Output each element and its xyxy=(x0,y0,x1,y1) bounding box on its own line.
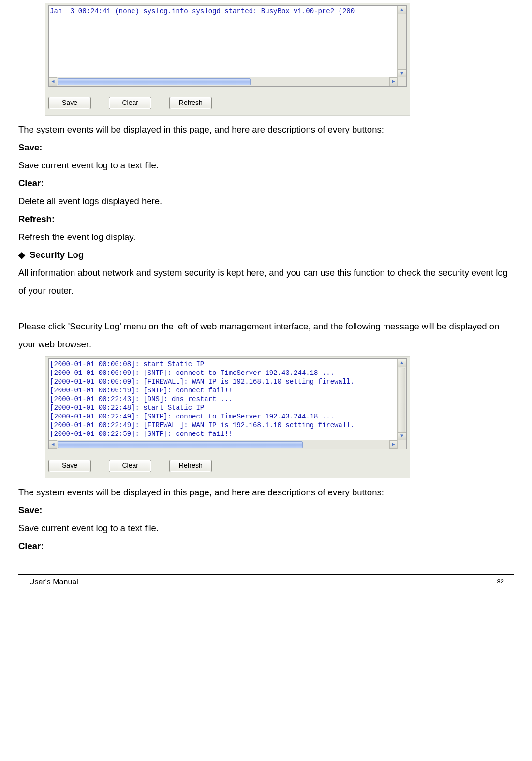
scroll-thumb[interactable] xyxy=(399,368,405,436)
scroll-up-icon[interactable]: ▲ xyxy=(398,359,406,367)
paragraph: The system events will be displayed in t… xyxy=(18,483,514,501)
clear-description: Delete all event logs displayed here. xyxy=(18,192,514,210)
save-button[interactable]: Save xyxy=(48,460,91,472)
system-log-textarea[interactable]: Jan 3 08:24:41 (none) syslog.info syslog… xyxy=(48,5,407,87)
save-label: Save: xyxy=(18,138,514,156)
clear-label: Clear: xyxy=(18,174,514,192)
security-paragraph-1: All information about network and system… xyxy=(18,264,514,299)
scroll-thumb[interactable] xyxy=(58,78,251,85)
refresh-button[interactable]: Refresh xyxy=(169,97,212,109)
clear-button[interactable]: Clear xyxy=(109,97,151,109)
scroll-right-icon[interactable]: ▶ xyxy=(389,440,398,449)
refresh-label: Refresh: xyxy=(18,210,514,228)
security-log-heading: ◆ Security Log xyxy=(18,246,514,264)
security-paragraph-2: Please click 'Security Log' menu on the … xyxy=(18,317,514,353)
system-log-line: Jan 3 08:24:41 (none) syslog.info syslog… xyxy=(49,6,406,16)
scroll-down-icon[interactable]: ▼ xyxy=(398,69,406,77)
scroll-down-icon[interactable]: ▼ xyxy=(398,432,406,440)
scroll-thumb[interactable] xyxy=(58,441,303,448)
save-button[interactable]: Save xyxy=(48,97,91,109)
scroll-corner xyxy=(397,77,406,86)
scroll-left-icon[interactable]: ◀ xyxy=(49,77,57,86)
refresh-button[interactable]: Refresh xyxy=(169,460,212,472)
security-log-screenshot: [2000-01-01 00:00:08]: start Static IP [… xyxy=(45,356,410,478)
vertical-scrollbar[interactable]: ▲ ▼ xyxy=(397,359,406,440)
clear-button[interactable]: Clear xyxy=(109,460,151,472)
scroll-up-icon[interactable]: ▲ xyxy=(398,6,406,14)
horizontal-scrollbar[interactable]: ◀ ▶ xyxy=(49,77,398,86)
security-log-textarea[interactable]: [2000-01-01 00:00:08]: start Static IP [… xyxy=(48,358,407,449)
refresh-description: Refresh the event log display. xyxy=(18,228,514,246)
page-number: 82 xyxy=(497,578,514,586)
scroll-right-icon[interactable]: ▶ xyxy=(389,77,398,86)
scroll-corner xyxy=(397,440,406,449)
save-description: Save current event log to a text file. xyxy=(18,156,514,174)
vertical-scrollbar[interactable]: ▲ ▼ xyxy=(397,6,406,77)
footer-left: User's Manual xyxy=(29,578,78,586)
page-footer: User's Manual 82 xyxy=(0,575,532,596)
security-log-heading-text: Security Log xyxy=(30,250,84,260)
save-label: Save: xyxy=(18,501,514,519)
save-description: Save current event log to a text file. xyxy=(18,519,514,537)
button-row: Save Clear Refresh xyxy=(45,450,410,478)
clear-label: Clear: xyxy=(18,537,514,555)
scroll-left-icon[interactable]: ◀ xyxy=(49,440,57,449)
diamond-bullet-icon: ◆ xyxy=(18,246,25,264)
paragraph: The system events will be displayed in t… xyxy=(18,120,514,138)
horizontal-scrollbar[interactable]: ◀ ▶ xyxy=(49,440,398,449)
system-log-screenshot: Jan 3 08:24:41 (none) syslog.info syslog… xyxy=(45,3,410,116)
button-row: Save Clear Refresh xyxy=(45,88,410,115)
